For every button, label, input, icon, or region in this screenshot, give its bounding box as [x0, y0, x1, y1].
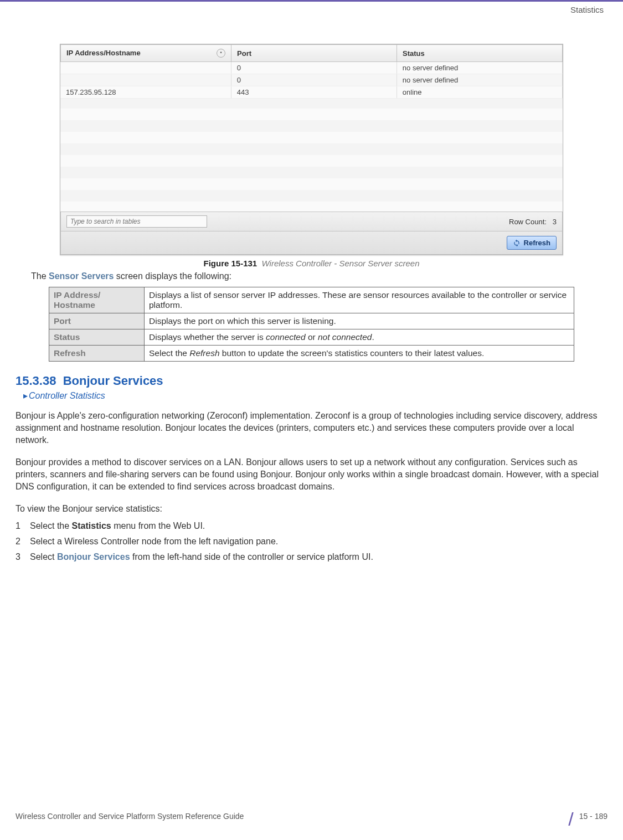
- desc-pre: Displays whether the server is: [149, 332, 266, 342]
- paragraph: Bonjour provides a method to discover se…: [16, 456, 607, 493]
- cell-status: no server defined: [397, 62, 562, 74]
- step-pre: Select the: [30, 521, 72, 530]
- desc-text: Displays a list of sensor server IP addr…: [145, 287, 574, 313]
- desc-post: .: [372, 332, 374, 342]
- step-bold: Statistics: [72, 521, 111, 530]
- footer-pagenum: 15 - 189: [579, 812, 607, 821]
- desc-ital: not connected: [318, 332, 372, 342]
- sensor-server-panel: IP Address/Hostname • Port Status 0 no s…: [60, 44, 563, 255]
- section-number: 15.3.38: [16, 374, 56, 388]
- col-header-port-label: Port: [237, 49, 251, 58]
- intro-bold: Sensor Servers: [49, 271, 114, 281]
- desc-row: Port Displays the port on which this ser…: [49, 313, 574, 329]
- refresh-button[interactable]: Refresh: [507, 236, 557, 250]
- section-title: Bonjour Services: [63, 374, 163, 388]
- description-table: IP Address/ Hostname Displays a list of …: [49, 287, 574, 362]
- sort-icon[interactable]: •: [217, 49, 225, 58]
- step-item: Select the Statistics menu from the Web …: [16, 521, 607, 531]
- step-pre: Select: [30, 552, 57, 561]
- step-item: Select Bonjour Services from the left-ha…: [16, 552, 607, 562]
- steps-list: Select the Statistics menu from the Web …: [16, 521, 607, 562]
- figure-label-ital: Wireless Controller - Sensor Server scre…: [262, 259, 420, 268]
- table-row[interactable]: 0 no server defined: [60, 74, 563, 86]
- table-body-wrapper: 0 no server defined 0 no server defined …: [60, 62, 563, 212]
- desc-text: Select the Refresh button to update the …: [145, 346, 574, 362]
- col-header-status-label: Status: [403, 49, 425, 58]
- col-header-port[interactable]: Port: [231, 45, 397, 62]
- link-text: Controller Statistics: [29, 391, 105, 400]
- intro-pre: The: [31, 271, 49, 281]
- desc-row: Status Displays whether the server is co…: [49, 329, 574, 346]
- step-post: from the left-hand side of the controlle…: [130, 552, 373, 561]
- desc-text: Displays the port on which this server i…: [145, 313, 574, 329]
- intro-line: The Sensor Servers screen displays the f…: [31, 271, 592, 281]
- desc-pre: Select the: [149, 348, 189, 358]
- page-header: Statistics: [0, 0, 623, 17]
- row-count-value: 3: [553, 218, 557, 226]
- cell-ip: [60, 74, 231, 86]
- paragraph: To view the Bonjour service statistics:: [16, 503, 607, 515]
- header-section-label: Statistics: [570, 5, 604, 14]
- col-header-status[interactable]: Status: [397, 45, 563, 62]
- cell-status: no server defined: [397, 74, 562, 86]
- cell-ip: [60, 62, 231, 74]
- page-footer: Wireless Controller and Service Platform…: [16, 805, 607, 827]
- desc-label: Refresh: [49, 346, 145, 362]
- footer-guide: Wireless Controller and Service Platform…: [16, 812, 244, 821]
- desc-ital: Refresh: [189, 348, 219, 358]
- desc-row: Refresh Select the Refresh button to upd…: [49, 346, 574, 362]
- cell-ip: 157.235.95.128: [60, 86, 231, 99]
- panel-footer: Row Count: 3: [60, 212, 563, 231]
- step-post: menu from the Web UI.: [111, 521, 205, 530]
- figure-caption: Figure 15-131 Wireless Controller - Sens…: [16, 259, 607, 268]
- desc-mid: or: [306, 332, 318, 342]
- desc-ital: connected: [266, 332, 306, 342]
- refresh-icon: [513, 239, 521, 247]
- step-bold: Bonjour Services: [57, 552, 130, 561]
- search-input[interactable]: [66, 215, 207, 228]
- desc-text: Displays whether the server is connected…: [145, 329, 574, 346]
- paragraph: Bonjour is Apple's zero-configuration ne…: [16, 410, 607, 446]
- breadcrumb-link[interactable]: ▸Controller Statistics: [23, 390, 607, 401]
- row-count: Row Count: 3: [509, 218, 557, 226]
- desc-label: Status: [49, 329, 145, 346]
- desc-post: button to update the screen's statistics…: [220, 348, 485, 358]
- sensor-table: IP Address/Hostname • Port Status: [60, 44, 563, 62]
- table-header-row: IP Address/Hostname • Port Status: [61, 45, 563, 62]
- panel-bottombar: Refresh: [60, 231, 563, 255]
- arrow-icon: ▸: [23, 390, 28, 401]
- refresh-button-label: Refresh: [524, 239, 550, 247]
- cell-port: 0: [231, 74, 397, 86]
- section-heading: 15.3.38 Bonjour Services: [16, 374, 607, 388]
- intro-post: screen displays the following:: [114, 271, 231, 281]
- desc-row: IP Address/ Hostname Displays a list of …: [49, 287, 574, 313]
- table-row[interactable]: 0 no server defined: [60, 62, 563, 74]
- table-row[interactable]: 157.235.95.128 443 online: [60, 86, 563, 99]
- cell-status: online: [397, 86, 562, 99]
- col-header-ip[interactable]: IP Address/Hostname •: [61, 45, 231, 62]
- figure-label-bold: Figure 15-131: [203, 259, 257, 268]
- cell-port: 0: [231, 62, 397, 74]
- desc-label: Port: [49, 313, 145, 329]
- row-count-label: Row Count:: [509, 218, 547, 226]
- slash-icon: /: [568, 808, 573, 830]
- col-header-ip-label: IP Address/Hostname: [66, 49, 141, 57]
- step-item: Select a Wireless Controller node from t…: [16, 537, 607, 547]
- cell-port: 443: [231, 86, 397, 99]
- desc-label: IP Address/ Hostname: [49, 287, 145, 313]
